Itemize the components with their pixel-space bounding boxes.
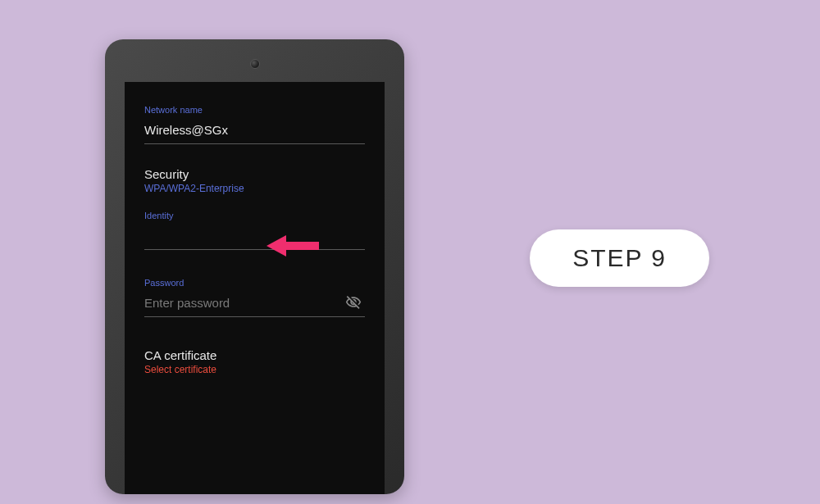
step-badge: STEP 9 [530, 229, 709, 287]
security-value: WPA/WPA2-Enterprise [144, 183, 365, 194]
network-name-input[interactable] [144, 120, 365, 144]
settings-screen: Network name Security WPA/WPA2-Enterpris… [125, 82, 385, 494]
network-name-label: Network name [144, 105, 365, 115]
security-title: Security [144, 167, 365, 181]
camera-dot [250, 59, 260, 69]
identity-label: Identity [144, 211, 365, 220]
password-label: Password [144, 278, 365, 288]
tablet-frame: Network name Security WPA/WPA2-Enterpris… [105, 39, 404, 494]
ca-certificate-value: Select certificate [144, 364, 365, 375]
password-input[interactable] [144, 293, 365, 317]
visibility-off-icon[interactable] [345, 294, 362, 311]
ca-certificate-title: CA certificate [144, 348, 365, 362]
svg-rect-0 [283, 242, 319, 250]
svg-marker-1 [266, 235, 286, 257]
identity-field: Identity [144, 211, 365, 250]
ca-certificate-field[interactable]: CA certificate Select certificate [144, 348, 365, 375]
password-field: Password [144, 278, 365, 317]
arrow-annotation [266, 234, 319, 261]
network-name-field: Network name [144, 105, 365, 144]
security-field[interactable]: Security WPA/WPA2-Enterprise [144, 167, 365, 194]
identity-input[interactable] [144, 225, 365, 250]
